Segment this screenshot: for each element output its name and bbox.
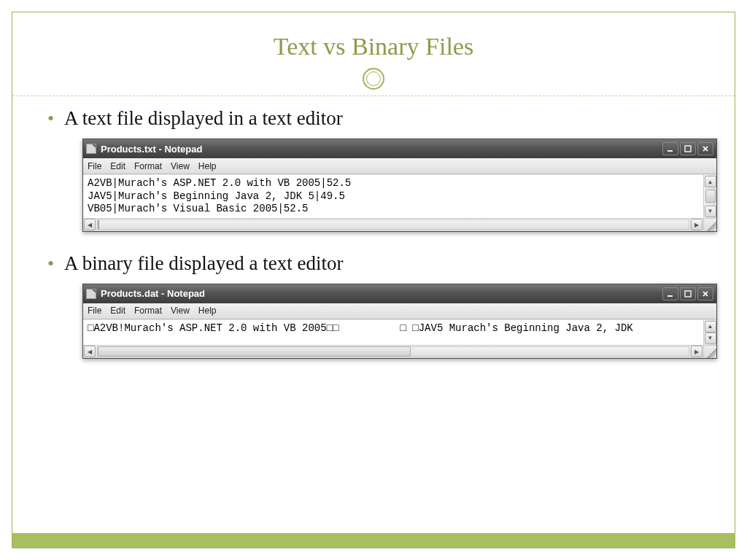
bullet-icon: • (47, 254, 54, 273)
menu-file[interactable]: File (88, 306, 101, 316)
menu-view[interactable]: View (171, 161, 190, 171)
notepad-window-binary-file: Products.dat - Notepad File Edit Format … (82, 284, 717, 359)
titlebar[interactable]: Products.dat - Notepad (83, 284, 716, 303)
slide-bottom-accent (12, 533, 735, 548)
slide-title: Text vs Binary Files (12, 12, 735, 68)
text-area-container: A2VB|Murach's ASP.NET 2.0 with VB 2005|5… (83, 174, 716, 218)
titlebar[interactable]: Products.txt - Notepad (83, 139, 716, 158)
text-area[interactable]: A2VB|Murach's ASP.NET 2.0 with VB 2005|5… (83, 175, 703, 218)
scroll-thumb-horizontal[interactable] (98, 219, 99, 230)
scroll-up-icon[interactable]: ▲ (705, 176, 716, 187)
bullet-icon: • (47, 109, 54, 128)
scroll-left-icon[interactable]: ◀ (84, 219, 96, 230)
resize-grip-icon[interactable] (703, 346, 716, 358)
svg-rect-3 (685, 291, 691, 297)
scroll-right-icon[interactable]: ▶ (691, 346, 703, 357)
scroll-down-icon[interactable]: ▼ (705, 206, 716, 217)
scroll-right-icon[interactable]: ▶ (691, 219, 703, 230)
vertical-scrollbar[interactable]: ▲ ▼ (703, 320, 716, 345)
bullet-item: • A binary file displayed a text editor (47, 252, 705, 275)
resize-grip-icon[interactable] (703, 219, 716, 231)
menubar: File Edit Format View Help (83, 303, 716, 319)
circle-ornament-icon (363, 68, 384, 90)
scroll-up-icon[interactable]: ▲ (705, 321, 716, 332)
scroll-thumb-horizontal[interactable] (98, 346, 411, 357)
minimize-button[interactable] (662, 287, 678, 300)
menu-edit[interactable]: Edit (110, 161, 125, 171)
minimize-button[interactable] (662, 142, 678, 155)
text-area[interactable]: □A2VB!Murach's ASP.NET 2.0 with VB 2005□… (83, 320, 703, 345)
horizontal-scrollbar-row: ◀ ▶ (83, 218, 716, 231)
text-area-container: □A2VB!Murach's ASP.NET 2.0 with VB 2005□… (83, 319, 716, 345)
maximize-button[interactable] (680, 142, 696, 155)
bullet-item: • A text file displayed in a text editor (47, 107, 705, 130)
horizontal-scrollbar[interactable]: ◀ ▶ (83, 219, 703, 231)
slide-content: • A text file displayed in a text editor… (12, 90, 735, 359)
slide-frame: Text vs Binary Files • A text file displ… (12, 12, 735, 548)
menu-edit[interactable]: Edit (110, 306, 125, 316)
maximize-button[interactable] (680, 287, 696, 300)
menu-format[interactable]: Format (134, 306, 162, 316)
window-title: Products.txt - Notepad (101, 144, 662, 155)
svg-rect-2 (667, 295, 673, 297)
svg-rect-1 (685, 146, 691, 152)
menu-view[interactable]: View (171, 306, 190, 316)
window-title: Products.dat - Notepad (101, 288, 662, 299)
window-buttons (662, 142, 713, 155)
menu-file[interactable]: File (88, 161, 101, 171)
bullet-text: A text file displayed in a text editor (64, 107, 343, 130)
notepad-file-icon (86, 144, 96, 154)
menu-help[interactable]: Help (198, 306, 217, 316)
close-button[interactable] (697, 287, 713, 300)
scroll-left-icon[interactable]: ◀ (84, 346, 96, 357)
vertical-scrollbar[interactable]: ▲ ▼ (703, 175, 716, 218)
divider-line (12, 96, 735, 96)
notepad-window-text-file: Products.txt - Notepad File Edit Format … (82, 139, 717, 232)
scroll-track[interactable] (97, 346, 689, 357)
horizontal-scrollbar-row: ◀ ▶ (83, 345, 716, 358)
horizontal-scrollbar[interactable]: ◀ ▶ (83, 346, 703, 358)
menu-help[interactable]: Help (198, 161, 217, 171)
close-button[interactable] (697, 142, 713, 155)
scroll-thumb[interactable] (705, 190, 716, 203)
window-buttons (662, 287, 713, 300)
bullet-text: A binary file displayed a text editor (64, 252, 343, 275)
scroll-down-icon[interactable]: ▼ (705, 332, 716, 344)
menu-format[interactable]: Format (134, 161, 162, 171)
notepad-file-icon (86, 289, 96, 299)
menubar: File Edit Format View Help (83, 158, 716, 174)
svg-rect-0 (667, 150, 673, 152)
scroll-track[interactable] (97, 219, 689, 230)
